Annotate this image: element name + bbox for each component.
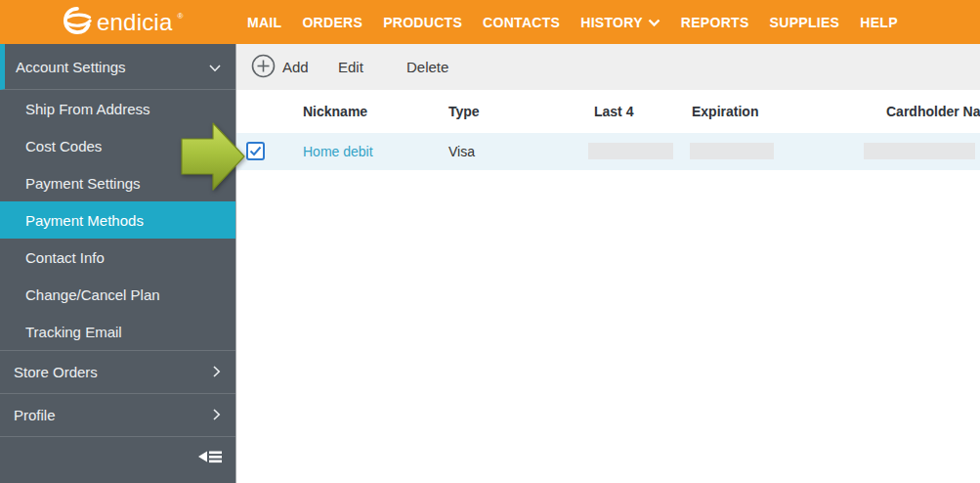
redacted-cardholder-value — [864, 143, 975, 159]
sidebar-section-store-orders[interactable]: Store Orders — [0, 350, 235, 393]
nav-products[interactable]: PRODUCTS — [383, 15, 462, 30]
chevron-right-icon — [213, 407, 221, 423]
main-menu: MAIL ORDERS PRODUCTS CONTACTS HISTORY RE… — [247, 0, 898, 44]
collapse-sidebar-icon — [198, 448, 222, 465]
sidebar-item-tracking-email[interactable]: Tracking Email — [0, 313, 235, 350]
sidebar-item-change-cancel-plan[interactable]: Change/Cancel Plan — [0, 276, 235, 313]
nav-orders[interactable]: ORDERS — [302, 15, 362, 30]
row-checkbox[interactable] — [246, 142, 265, 160]
endicia-logo: endicia ® — [63, 0, 183, 44]
section-label: Store Orders — [14, 364, 98, 380]
column-header-cardholder-name[interactable]: Cardholder Na — [886, 90, 980, 133]
redacted-expiration-value — [690, 143, 774, 159]
checkmark-icon — [249, 146, 262, 156]
endicia-logo-text: endicia — [97, 9, 172, 36]
table-row[interactable]: Home debit Visa — [236, 133, 980, 170]
sidebar-item-contact-info[interactable]: Contact Info — [0, 239, 235, 276]
section-label: Profile — [14, 407, 56, 423]
row-nickname-link[interactable]: Home debit — [303, 133, 373, 170]
chevron-right-icon — [213, 364, 221, 380]
nav-contacts[interactable]: CONTACTS — [483, 15, 560, 30]
top-navigation-bar: endicia ® MAIL ORDERS PRODUCTS CONTACTS … — [0, 0, 980, 44]
plus-circle-icon — [251, 54, 276, 81]
column-header-last4[interactable]: Last 4 — [594, 90, 633, 133]
settings-sidebar: Account Settings Ship From Address Cost … — [0, 44, 235, 483]
nav-help[interactable]: HELP — [860, 15, 898, 30]
nav-reports[interactable]: REPORTS — [681, 15, 749, 30]
section-label: Account Settings — [16, 59, 126, 75]
chevron-down-icon — [648, 15, 660, 30]
edit-button[interactable]: Edit — [338, 44, 363, 90]
registered-mark: ® — [177, 12, 183, 21]
payment-methods-table-header: Nickname Type Last 4 Expiration Cardhold… — [236, 90, 980, 133]
row-type-cell: Visa — [448, 133, 475, 170]
redacted-last4-value — [588, 143, 673, 159]
nav-history[interactable]: HISTORY — [580, 15, 660, 30]
collapse-sidebar-button[interactable] — [198, 448, 222, 469]
sidebar-section-profile[interactable]: Profile — [0, 393, 235, 436]
nav-mail[interactable]: MAIL — [247, 15, 281, 30]
chevron-down-icon — [209, 59, 221, 75]
add-button[interactable]: Add — [251, 44, 309, 90]
green-arrow-annotation — [181, 122, 245, 191]
column-header-expiration[interactable]: Expiration — [692, 90, 758, 133]
endicia-globe-icon — [63, 7, 92, 38]
column-header-type[interactable]: Type — [448, 90, 480, 133]
sidebar-footer — [0, 436, 235, 483]
endicia-app-window: endicia ® MAIL ORDERS PRODUCTS CONTACTS … — [0, 0, 980, 483]
sidebar-section-account-settings[interactable]: Account Settings — [0, 44, 235, 90]
delete-button[interactable]: Delete — [406, 44, 448, 90]
sidebar-item-payment-methods[interactable]: Payment Methods — [0, 201, 235, 239]
nav-supplies[interactable]: SUPPLIES — [770, 15, 840, 30]
column-header-nickname[interactable]: Nickname — [303, 90, 367, 133]
grid-toolbar: Add Edit Delete — [236, 44, 980, 90]
